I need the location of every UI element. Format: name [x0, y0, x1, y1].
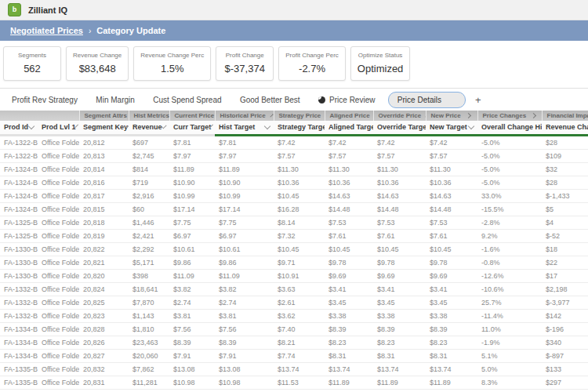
table-row[interactable]: FA-1330-BOffice Folders20,821$5,171$9.86…: [0, 256, 588, 269]
table-row[interactable]: FA-1334-BOffice Folders20,826$23,463$8.3…: [0, 336, 588, 349]
column-header-prod-id[interactable]: Prod Id: [0, 121, 38, 135]
table-cell: FA-1330-B: [0, 256, 38, 269]
table-cell: $8.23: [325, 336, 373, 349]
table-row[interactable]: FA-1332-BOffice Folders20,823$1,143$3.81…: [0, 309, 588, 322]
table-row[interactable]: FA-1324-BOffice Folders20,815$60$17.14$1…: [0, 202, 588, 216]
table-cell: Office Folders: [38, 322, 79, 336]
tab-min-margin[interactable]: Min Margin: [90, 92, 140, 108]
table-cell: $10.90: [169, 176, 215, 189]
column-group-historical-price[interactable]: Historical Price: [215, 111, 274, 121]
group-label: Current Price: [175, 112, 215, 119]
table-cell: -5.0%: [477, 162, 542, 176]
table-cell: 5.0%: [477, 362, 542, 376]
table-row[interactable]: FA-1330-BOffice Folders20,822$2,292$10.6…: [0, 242, 588, 256]
column-group-hist-metrics[interactable]: Hist Metrics: [129, 111, 169, 121]
table-row[interactable]: FA-1325-BOffice Folders20,818$1,446$7.75…: [0, 216, 588, 229]
table-row[interactable]: FA-1335-BOffice Folders20,832$7,862$13.0…: [0, 362, 588, 376]
breadcrumb-parent-link[interactable]: Negotiated Prices: [10, 26, 83, 35]
tab-label: Good Better Best: [240, 96, 300, 104]
column-label: Prod Id: [4, 123, 28, 131]
table-cell: 9.2%: [477, 229, 542, 242]
tab-label: Min Margin: [96, 96, 134, 104]
table-row[interactable]: FA-1332-BOffice Folders20,824$18,641$3.8…: [0, 282, 588, 296]
table-row[interactable]: FA-1325-BOffice Folders20,819$2,421$6.97…: [0, 229, 588, 242]
column-label: Aligned Target: [328, 123, 373, 131]
table-cell: $8.31: [426, 349, 477, 362]
table-cell: $11.30: [274, 162, 325, 176]
table-cell: $7.74: [274, 349, 325, 362]
column-group-current-price[interactable]: Current Price: [169, 111, 215, 121]
column-menu-icon[interactable]: [264, 123, 270, 129]
add-tab-button[interactable]: +: [475, 95, 481, 105]
column-header-hist-target[interactable]: Hist Target: [215, 121, 274, 135]
table-row[interactable]: FA-1335-BOffice Folders20,831$11,281$10.…: [0, 376, 588, 389]
column-header-revenue[interactable]: Revenue: [129, 121, 169, 135]
column-header-strategy-target[interactable]: Strategy Target: [274, 121, 325, 135]
table-cell: $5: [542, 202, 588, 216]
column-menu-icon[interactable]: [468, 123, 474, 129]
column-header-revenue-change[interactable]: Revenue Change: [542, 121, 588, 135]
table-cell: $3.82: [215, 282, 274, 296]
table-row[interactable]: FA-1334-BOffice Folders20,828$1,810$7.56…: [0, 322, 588, 336]
table-cell: $2.74: [169, 296, 215, 309]
expand-group-icon: [270, 114, 273, 117]
table-cell: Office Folders: [38, 162, 79, 176]
table-cell: $8.39: [215, 336, 274, 349]
table-cell: $7.40: [274, 322, 325, 336]
table-cell: $10.36: [325, 176, 373, 189]
column-group-new-price[interactable]: New Price: [426, 111, 477, 121]
table-cell: 20,816: [79, 176, 129, 189]
column-group-financial-impact[interactable]: Financial Impact: [542, 111, 588, 121]
table-row[interactable]: FA-1330-BOffice Folders20,820$398$11.09$…: [0, 269, 588, 282]
table-cell: $7.42: [373, 135, 426, 149]
table-cell: 20,823: [79, 309, 129, 322]
column-header-overall-change-hist[interactable]: Overall Change Hist: [477, 121, 542, 135]
table-cell: Office Folders: [38, 256, 79, 269]
column-label: Revenue Change: [546, 123, 588, 131]
kpi-card-profit-change: Profit Change $-37,374: [216, 46, 274, 81]
table-cell: $6.97: [169, 229, 215, 242]
table-row[interactable]: FA-1322-BOffice Folders20,812$697$7.81$7…: [0, 135, 588, 149]
table-row[interactable]: FA-1324-BOffice Folders20,814$814$11.89$…: [0, 162, 588, 176]
column-menu-icon[interactable]: [28, 123, 34, 129]
breadcrumb-current: Category Update: [96, 26, 165, 35]
table-row[interactable]: FA-1334-BOffice Folders20,827$20,060$7.9…: [0, 349, 588, 362]
table-cell: $11.30: [426, 162, 477, 176]
column-group-override-price[interactable]: Override Price: [373, 111, 426, 121]
tab-price-review[interactable]: Price Review: [313, 92, 380, 108]
table-cell: $13.74: [274, 362, 325, 376]
tab-cust-spend-spread[interactable]: Cust Spend Spread: [147, 92, 227, 108]
table-cell: 20,832: [79, 362, 129, 376]
group-label: Aligned Price: [330, 112, 370, 119]
column-group-aligned-price[interactable]: Aligned Price: [325, 111, 373, 121]
table-cell: $3.41: [426, 282, 477, 296]
column-group-price-changes[interactable]: Price Changes: [477, 111, 542, 121]
table-cell: Office Folders: [38, 135, 79, 149]
table-cell: 20,813: [79, 149, 129, 162]
column-header-segment-key[interactable]: Segment Key: [79, 121, 129, 135]
table-row[interactable]: FA-1332-BOffice Folders20,825$7,870$2.74…: [0, 296, 588, 309]
column-header-aligned-target[interactable]: Aligned Target: [325, 121, 373, 135]
tab-price-details[interactable]: Price Details: [388, 92, 466, 108]
table-cell: 20,815: [79, 202, 129, 216]
tab-good-better-best[interactable]: Good Better Best: [234, 92, 306, 108]
column-header-prod-lvl-1[interactable]: Prod Lvl 1: [38, 121, 79, 135]
column-header-override-target[interactable]: Override Target: [373, 121, 426, 135]
column-group-segment-attrs[interactable]: Segment Attrs: [79, 111, 129, 121]
table-row[interactable]: FA-1322-BOffice Folders20,813$2,745$7.97…: [0, 149, 588, 162]
table-cell: $7.53: [325, 216, 373, 229]
column-group-strategy-price[interactable]: Strategy Price: [274, 111, 325, 121]
column-header-new-target[interactable]: New Target: [426, 121, 477, 135]
table-cell: $-52: [542, 229, 588, 242]
table-cell: $14.48: [426, 202, 477, 216]
table-row[interactable]: FA-1324-BOffice Folders20,817$2,916$10.9…: [0, 189, 588, 202]
table-cell: -10.6%: [477, 282, 542, 296]
table-cell: $7.97: [169, 149, 215, 162]
column-header-curr-target[interactable]: Curr Target: [169, 121, 215, 135]
table-cell: $11.30: [373, 162, 426, 176]
table-cell: $3.45: [325, 296, 373, 309]
table-cell: $14.63: [426, 189, 477, 202]
table-row[interactable]: FA-1324-BOffice Folders20,816$719$10.90$…: [0, 176, 588, 189]
column-group-empty[interactable]: [0, 111, 79, 121]
tab-profit-rev-strategy[interactable]: Profit Rev Strategy: [6, 92, 83, 108]
